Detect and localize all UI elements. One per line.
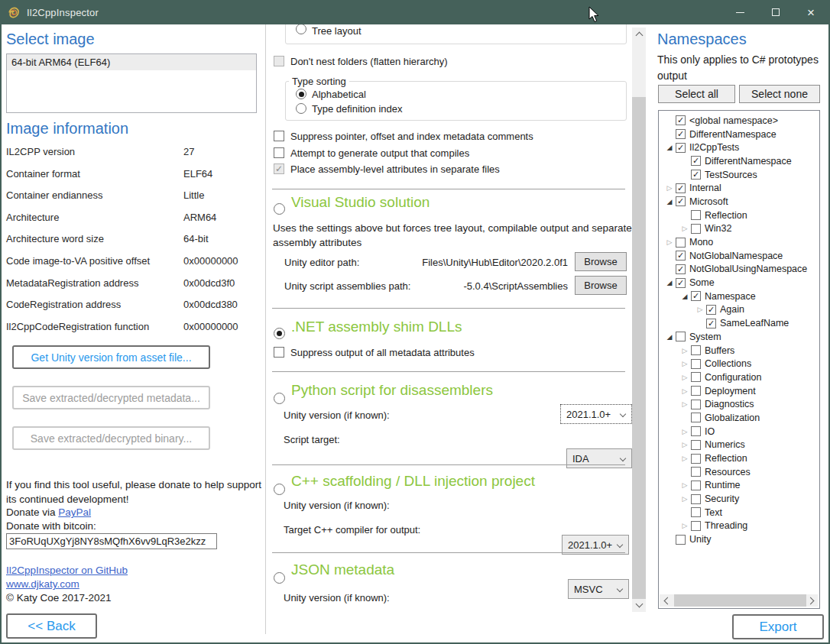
namespace-checkbox[interactable]: [676, 143, 686, 153]
tree-item[interactable]: ▷Runtime: [660, 479, 818, 493]
compilable-output-checkbox[interactable]: [274, 147, 284, 158]
save-binary-button[interactable]: Save extracted/decrypted binary...: [12, 426, 210, 450]
tree-item[interactable]: ▷Threading: [660, 519, 818, 533]
namespace-checkbox[interactable]: [676, 332, 686, 341]
tree-item[interactable]: <global namespace>: [660, 114, 818, 128]
tree-item[interactable]: ▷IO: [660, 425, 818, 439]
namespace-checkbox[interactable]: [676, 115, 686, 125]
unity-editor-path-value[interactable]: Files\Unity\Hub\Editor\2020.2.0f1: [404, 257, 568, 268]
namespace-checkbox[interactable]: [676, 196, 686, 206]
website-link[interactable]: www.djkaty.com: [6, 578, 79, 590]
namespace-checkbox[interactable]: [691, 359, 701, 369]
options-scrollbar[interactable]: [632, 28, 646, 612]
select-none-button[interactable]: Select none: [739, 85, 820, 103]
tree-item[interactable]: ▷Configuration: [660, 371, 818, 384]
py-unity-version-combo[interactable]: 2021.1.0+: [560, 404, 632, 424]
sort-alphabetical-radio[interactable]: [296, 89, 306, 99]
tree-item[interactable]: TestSources: [660, 168, 818, 182]
namespace-checkbox[interactable]: [691, 210, 701, 220]
scrollbar-thumb[interactable]: [674, 594, 806, 607]
vs-solution-radio[interactable]: [274, 203, 285, 215]
expander-expanded-icon[interactable]: ◢: [663, 144, 676, 151]
image-list-item[interactable]: 64-bit ARM64 (ELF64): [7, 54, 256, 70]
namespace-checkbox[interactable]: [676, 264, 686, 274]
namespace-checkbox[interactable]: [691, 291, 701, 301]
suppress-metadata-attrs-checkbox[interactable]: [274, 347, 284, 358]
back-button[interactable]: << Back: [6, 613, 97, 639]
browse-assemblies-path-button[interactable]: Browse: [575, 276, 627, 295]
namespace-checkbox[interactable]: [691, 521, 701, 531]
expander-collapsed-icon[interactable]: ▷: [679, 441, 691, 448]
json-metadata-radio[interactable]: [274, 572, 285, 584]
flatten-checkbox[interactable]: [274, 56, 284, 66]
tree-item[interactable]: Reflection: [660, 209, 818, 222]
tree-item[interactable]: Text: [660, 506, 818, 519]
namespace-checkbox[interactable]: [706, 319, 716, 328]
tree-item[interactable]: NotGlobalNamespace: [660, 249, 818, 263]
tree-item[interactable]: ▷Internal: [660, 181, 818, 195]
tree-item[interactable]: SameLeafName: [660, 316, 818, 330]
namespace-checkbox[interactable]: [691, 386, 701, 396]
expander-expanded-icon[interactable]: ◢: [663, 333, 676, 341]
tree-item[interactable]: ▷Numerics: [660, 439, 818, 452]
namespace-checkbox[interactable]: [691, 156, 701, 166]
tree-item[interactable]: ◢Microsoft: [660, 195, 818, 209]
namespace-checkbox[interactable]: [676, 251, 686, 261]
tree-item[interactable]: ◢System: [660, 330, 818, 344]
namespace-checkbox[interactable]: [691, 467, 701, 477]
tree-item[interactable]: ▷Collections: [660, 357, 818, 371]
expander-collapsed-icon[interactable]: ▷: [679, 428, 691, 435]
namespace-checkbox[interactable]: [691, 400, 701, 409]
namespace-checkbox[interactable]: [691, 454, 701, 464]
tree-item[interactable]: ▷Reflection: [660, 451, 818, 465]
bitcoin-address-input[interactable]: [6, 533, 217, 549]
python-script-radio[interactable]: [274, 393, 285, 404]
expander-collapsed-icon[interactable]: ▷: [679, 495, 691, 503]
tree-item[interactable]: ◢Il2CppTests: [660, 141, 818, 154]
expander-collapsed-icon[interactable]: ▷: [679, 481, 691, 489]
tree-item[interactable]: ▷Buffers: [660, 344, 818, 358]
tree-item[interactable]: Globalization: [660, 411, 818, 425]
expander-collapsed-icon[interactable]: ▷: [679, 455, 691, 462]
tree-item[interactable]: Unity: [660, 532, 818, 546]
select-all-button[interactable]: Select all: [658, 85, 735, 103]
expander-collapsed-icon[interactable]: ▷: [679, 360, 691, 367]
tree-item[interactable]: ▷Deployment: [660, 384, 818, 398]
namespace-checkbox[interactable]: [691, 440, 701, 450]
tree-item[interactable]: ▷Security: [660, 492, 818, 506]
tree-item[interactable]: DifferentNamespace: [660, 128, 818, 141]
namespace-checkbox[interactable]: [676, 278, 686, 288]
shim-dlls-radio[interactable]: [274, 328, 285, 339]
expander-collapsed-icon[interactable]: ▷: [679, 387, 691, 395]
expander-collapsed-icon[interactable]: ▷: [679, 374, 691, 381]
cpp-scaffolding-radio[interactable]: [274, 484, 285, 495]
namespace-checkbox[interactable]: [691, 426, 701, 436]
namespace-checkbox[interactable]: [676, 535, 686, 545]
expander-expanded-icon[interactable]: ◢: [663, 279, 676, 286]
sort-typedef-radio[interactable]: [296, 103, 306, 114]
namespace-checkbox[interactable]: [691, 345, 701, 355]
script-assemblies-path-value[interactable]: -5.0.4\ScriptAssemblies: [426, 280, 568, 292]
scroll-up-button[interactable]: [632, 28, 646, 40]
image-listbox[interactable]: 64-bit ARM64 (ELF64): [6, 53, 257, 113]
separate-attributes-checkbox[interactable]: [274, 163, 284, 174]
tree-item[interactable]: ▷Mono: [660, 235, 818, 249]
namespace-checkbox[interactable]: [676, 238, 686, 248]
scroll-right-button[interactable]: [806, 594, 818, 607]
namespace-checkbox[interactable]: [691, 170, 701, 180]
namespace-checkbox[interactable]: [691, 481, 701, 490]
script-target-combo[interactable]: IDA: [566, 448, 632, 468]
scroll-left-button[interactable]: [660, 594, 672, 607]
expander-collapsed-icon[interactable]: ▷: [679, 522, 691, 529]
paypal-link[interactable]: PayPal: [58, 506, 91, 518]
tree-item[interactable]: ▷Diagnostics: [660, 397, 818, 411]
expander-collapsed-icon[interactable]: ▷: [679, 400, 691, 408]
expander-collapsed-icon[interactable]: ▷: [679, 347, 691, 354]
expander-collapsed-icon[interactable]: ▷: [694, 306, 706, 313]
tree-horizontal-scrollbar[interactable]: [660, 594, 818, 607]
namespace-checkbox[interactable]: [706, 305, 716, 315]
cpp-compiler-combo[interactable]: MSVC: [568, 579, 629, 599]
get-unity-version-button[interactable]: Get Unity version from asset file...: [12, 345, 210, 369]
expander-collapsed-icon[interactable]: ▷: [679, 225, 691, 232]
expander-expanded-icon[interactable]: ◢: [679, 293, 691, 300]
